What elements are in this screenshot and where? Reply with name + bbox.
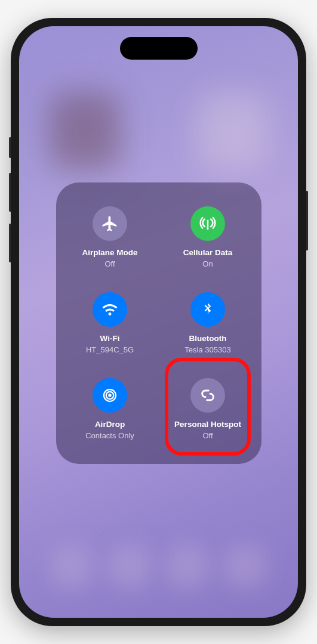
iphone-frame: Airplane Mode Off Cellular Data On [11,18,306,626]
svg-point-1 [108,394,112,398]
bluetooth-icon [190,292,225,327]
dock-app [225,546,266,587]
wifi-status: HT_594C_5G [86,345,134,354]
hotspot-icon [190,378,225,413]
airplane-mode-tile[interactable]: Airplane Mode Off [61,194,159,280]
wifi-tile[interactable]: Wi-Fi HT_594C_5G [61,280,159,366]
dock-app [167,546,208,587]
airplane-status: Off [104,259,115,268]
screen: Airplane Mode Off Cellular Data On [19,26,298,618]
cellular-icon [190,206,225,241]
airplane-icon [93,206,127,241]
cellular-title: Cellular Data [183,248,233,258]
dock [19,546,298,600]
side-button [306,191,308,250]
bluetooth-tile[interactable]: Bluetooth Tesla 305303 [159,280,257,366]
cellular-status: On [202,259,213,268]
airplane-title: Airplane Mode [82,248,137,258]
cellular-data-tile[interactable]: Cellular Data On [159,194,257,280]
personal-hotspot-tile[interactable]: Personal Hotspot Off [159,366,257,452]
airdrop-status: Contacts Only [85,431,134,440]
hotspot-status: Off [202,431,213,440]
hotspot-title: Personal Hotspot [174,420,241,429]
volume-up-button [9,173,11,212]
bluetooth-status: Tesla 305303 [184,345,230,354]
dock-app [51,546,92,587]
wifi-icon [93,292,127,327]
dock-app [109,546,150,587]
connectivity-panel: Airplane Mode Off Cellular Data On [56,182,261,464]
airdrop-title: AirDrop [95,420,125,429]
bluetooth-title: Bluetooth [189,334,227,343]
wifi-title: Wi-Fi [100,334,120,343]
airdrop-icon [93,378,127,413]
volume-down-button [9,224,11,262]
airdrop-tile[interactable]: AirDrop Contacts Only [61,366,159,452]
dynamic-island [120,37,198,60]
silent-switch [9,137,11,158]
